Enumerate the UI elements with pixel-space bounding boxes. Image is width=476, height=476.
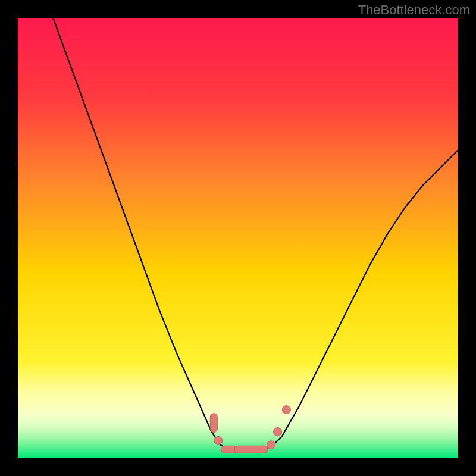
- marker: [210, 414, 217, 433]
- right-curve: [273, 150, 458, 445]
- marker: [234, 446, 268, 453]
- watermark: TheBottleneck.com: [358, 2, 470, 18]
- left-curve: [53, 18, 220, 445]
- plot-area: [18, 18, 458, 458]
- marker: [267, 441, 275, 449]
- marker: [214, 436, 223, 444]
- chart-frame: TheBottleneck.com: [0, 0, 476, 476]
- curve-layer: [18, 18, 458, 458]
- marker: [282, 406, 290, 414]
- marker: [274, 428, 282, 436]
